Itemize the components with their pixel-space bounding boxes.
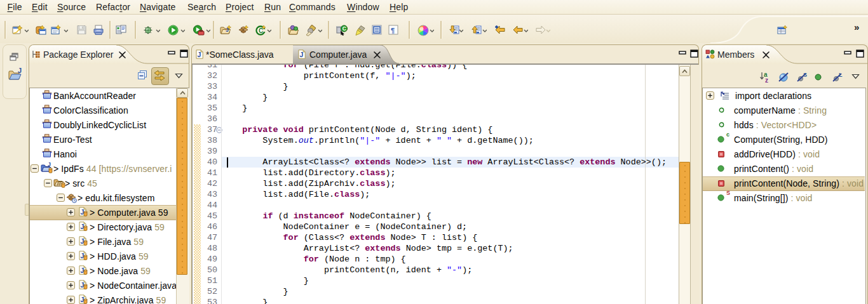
svg-text:C: C [342,25,346,32]
svg-text:S: S [803,72,807,78]
svg-text:L: L [839,72,843,78]
svg-text:z: z [765,77,768,84]
svg-text:C: C [259,27,263,34]
svg-text:J: J [48,161,51,167]
svg-text:¶: ¶ [391,27,395,34]
svg-text:J: J [18,67,22,74]
